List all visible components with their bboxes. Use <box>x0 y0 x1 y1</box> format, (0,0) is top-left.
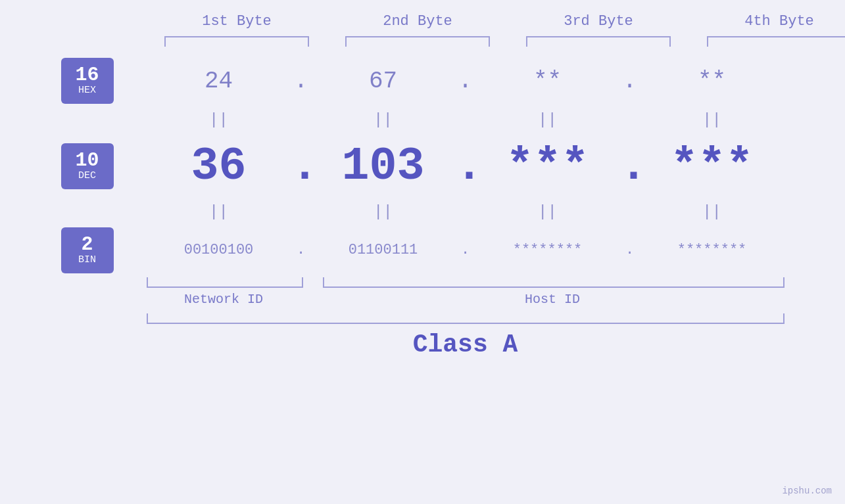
bin-values-row: 00100100 . 01100111 . ******** . <box>147 225 785 275</box>
byte1-header: 1st Byte <box>147 13 327 35</box>
bin-dot2: . <box>456 242 475 258</box>
byte2-header: 2nd Byte <box>327 13 508 35</box>
byte3-header: 3rd Byte <box>508 13 689 35</box>
dec-b2: 103 <box>311 141 456 193</box>
dec-b4-val: *** <box>670 137 753 196</box>
bin-dot3: . <box>620 242 640 258</box>
hex-b2-val: 67 <box>369 58 397 98</box>
dec-dot2: . <box>456 141 475 193</box>
eq1-c4: || <box>640 110 785 131</box>
bracket-b3-shape <box>526 36 671 47</box>
bin-num: 2 <box>81 235 93 254</box>
eq-row-1: || || || || <box>147 107 785 133</box>
bin-b3-val: ******** <box>513 239 583 265</box>
bracket-b3 <box>508 35 689 48</box>
labels-column: 16 HEX 10 DEC 2 BIN <box>61 55 147 275</box>
hex-values-row: 24 . 67 . ** . ** <box>147 55 785 107</box>
hex-label: 16 HEX <box>61 58 114 104</box>
hex-b1-val: 24 <box>205 58 233 98</box>
class-label: Class A <box>413 331 518 359</box>
bracket-b1 <box>147 35 327 48</box>
dec-b4: *** <box>640 141 785 193</box>
hex-dot1: . <box>291 68 311 95</box>
bin-b1-val: 00100100 <box>184 239 254 265</box>
bracket-b1-shape <box>164 36 309 47</box>
network-id-label: Network ID <box>147 292 301 307</box>
bin-dot1: . <box>291 242 311 258</box>
bottom-labels: Network ID Host ID <box>147 292 785 307</box>
top-brackets <box>147 35 846 48</box>
host-id-label: Host ID <box>321 292 785 307</box>
hex-b4-val: ** <box>698 58 726 98</box>
dec-label: 10 DEC <box>61 143 114 189</box>
bin-b4: ******** <box>640 242 785 258</box>
byte4-header: 4th Byte <box>689 13 846 35</box>
eq2-c2: || <box>311 202 456 223</box>
dec-b1-val: 36 <box>191 137 246 196</box>
dec-values-row: 36 . 103 . *** . *** <box>147 133 785 199</box>
dec-b3-val: *** <box>506 137 589 196</box>
bracket-b2 <box>327 35 508 48</box>
eq2-c4: || <box>640 202 785 223</box>
eq1-c2: || <box>311 110 456 131</box>
hex-b2: 67 <box>311 68 456 95</box>
network-bracket <box>147 277 303 288</box>
eq2-c3: || <box>475 202 620 223</box>
main-container: 1st Byte 2nd Byte 3rd Byte 4th Byte 16 H… <box>61 13 785 359</box>
class-label-row: Class A <box>147 331 785 359</box>
bottom-brackets <box>147 277 785 288</box>
dec-b3: *** <box>475 141 620 193</box>
bin-b1: 00100100 <box>147 242 291 258</box>
content-area: 16 HEX 10 DEC 2 BIN <box>61 55 785 359</box>
eq1-c1: || <box>147 110 291 131</box>
bin-b2-val: 01100111 <box>349 239 418 265</box>
eq-row-2: || || || || <box>147 199 785 225</box>
bracket-b4-shape <box>707 36 845 47</box>
hex-b4: ** <box>640 68 785 95</box>
bin-b3: ******** <box>475 242 620 258</box>
bin-name: BIN <box>78 254 96 266</box>
hex-b3-val: ** <box>533 58 562 98</box>
watermark: ipshu.com <box>782 486 832 496</box>
hex-num: 16 <box>75 65 99 85</box>
class-bracket <box>147 313 785 324</box>
hex-dot3: . <box>620 68 640 95</box>
dec-b2-val: 103 <box>341 137 424 196</box>
hex-dot2: . <box>456 68 475 95</box>
hex-label-row: 16 HEX <box>61 55 147 107</box>
bin-b2: 01100111 <box>311 242 456 258</box>
byte-headers: 1st Byte 2nd Byte 3rd Byte 4th Byte <box>147 13 846 35</box>
eq2-label-row <box>61 199 147 225</box>
bracket-b4 <box>689 35 846 48</box>
bin-b4-val: ******** <box>677 239 747 265</box>
eq1-c3: || <box>475 110 620 131</box>
host-bracket <box>323 277 785 288</box>
hex-b3: ** <box>475 68 620 95</box>
dec-label-row: 10 DEC <box>61 133 147 199</box>
dec-b1: 36 <box>147 141 291 193</box>
hex-b1: 24 <box>147 68 291 95</box>
dec-num: 10 <box>75 150 99 170</box>
dec-name: DEC <box>78 170 96 182</box>
values-column: 24 . 67 . ** . ** <box>147 55 785 359</box>
dec-dot1: . <box>291 141 311 193</box>
bin-label: 2 BIN <box>61 227 114 273</box>
eq1-label-row <box>61 107 147 133</box>
bracket-b2-shape <box>345 36 490 47</box>
eq2-c1: || <box>147 202 291 223</box>
bracket-gap1 <box>303 277 323 288</box>
hex-name: HEX <box>78 85 96 97</box>
host-bracket-wrapper <box>323 277 785 288</box>
dec-dot3: . <box>620 141 640 193</box>
bin-label-row: 2 BIN <box>61 225 147 275</box>
